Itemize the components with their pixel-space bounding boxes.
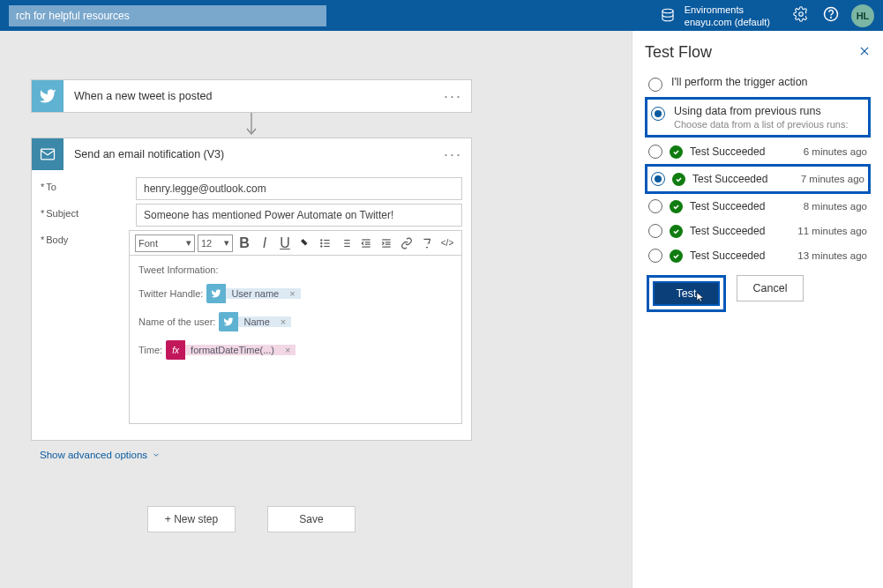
cursor-icon — [695, 291, 706, 306]
chevron-down-icon — [152, 450, 161, 459]
clear-format-button[interactable] — [418, 234, 436, 252]
option-manual-trigger[interactable]: I'll perform the trigger action — [645, 71, 871, 97]
indent-button[interactable] — [378, 234, 395, 252]
save-button[interactable]: Save — [267, 506, 355, 532]
remove-token-icon[interactable]: × — [284, 288, 300, 299]
svg-point-8 — [321, 242, 322, 243]
test-flow-panel: Test Flow I'll perform the trigger actio… — [632, 31, 883, 588]
flow-canvas: When a new tweet is posted ··· Send an e… — [0, 31, 632, 588]
mail-icon — [32, 138, 64, 170]
run-time: 13 minutes ago — [797, 250, 867, 261]
radio-icon[interactable] — [651, 172, 665, 186]
svg-point-1 — [799, 11, 804, 16]
radio-icon[interactable] — [651, 107, 665, 121]
name-token[interactable]: Name × — [219, 312, 291, 331]
action-menu-icon[interactable]: ··· — [444, 145, 462, 164]
run-label: Test Succeeded — [690, 249, 790, 262]
user-avatar[interactable]: HL — [851, 4, 874, 27]
italic-button[interactable]: I — [256, 234, 273, 252]
close-icon[interactable] — [858, 45, 871, 61]
trigger-title: When a new tweet is posted — [64, 90, 444, 102]
svg-point-0 — [662, 9, 673, 13]
radio-icon[interactable] — [648, 199, 662, 213]
run-label: Test Succeeded — [690, 200, 797, 212]
remove-token-icon[interactable]: × — [280, 345, 296, 355]
settings-icon[interactable] — [793, 6, 809, 26]
username-label: Name of the user: — [138, 316, 215, 327]
remove-token-icon[interactable]: × — [275, 316, 291, 327]
trigger-menu-icon[interactable]: ··· — [444, 87, 462, 106]
run-label: Test Succeeded — [690, 145, 797, 158]
action-title: Send an email notification (V3) — [64, 148, 444, 160]
run-row[interactable]: Test Succeeded6 minutes ago — [645, 139, 871, 164]
underline-button[interactable]: U — [276, 234, 294, 252]
time-label: Time: — [138, 345, 162, 355]
svg-point-6 — [321, 239, 322, 240]
connector-arrow — [31, 113, 472, 138]
to-input[interactable] — [136, 177, 462, 200]
twitter-icon — [206, 284, 226, 303]
success-icon — [670, 200, 683, 213]
radio-icon[interactable] — [648, 224, 662, 238]
body-label: Body — [41, 230, 129, 245]
run-time: 7 minutes ago — [801, 174, 864, 184]
cancel-button[interactable]: Cancel — [737, 275, 804, 301]
new-step-button[interactable]: + New step — [147, 506, 236, 532]
top-bar: Environments enayu.com (default) HL — [0, 0, 883, 31]
run-row[interactable]: Test Succeeded13 minutes ago — [645, 243, 871, 268]
run-label: Test Succeeded — [692, 173, 794, 185]
size-select[interactable]: 12▾ — [198, 234, 233, 252]
run-time: 6 minutes ago — [804, 146, 867, 157]
twitter-icon — [32, 80, 64, 112]
trigger-card[interactable]: When a new tweet is posted ··· — [31, 79, 472, 113]
body-line-info: Tweet Information: — [138, 264, 453, 275]
outdent-button[interactable] — [357, 234, 375, 252]
environment-name: enayu.com (default) — [685, 16, 770, 28]
environment-icon — [660, 7, 677, 25]
success-icon — [670, 225, 683, 238]
radio-icon[interactable] — [648, 78, 662, 92]
run-time: 11 minutes ago — [797, 226, 867, 236]
twitter-icon — [219, 312, 238, 331]
success-icon — [670, 249, 683, 263]
radio-icon[interactable] — [648, 145, 662, 159]
svg-rect-5 — [41, 149, 55, 160]
help-icon[interactable] — [823, 6, 839, 26]
body-editor[interactable]: Tweet Information: Twitter Handle: User … — [130, 256, 461, 423]
bold-button[interactable]: B — [236, 234, 253, 252]
environment-picker[interactable]: Environments enayu.com (default) — [660, 4, 770, 28]
username-token[interactable]: User name × — [206, 284, 300, 303]
panel-title: Test Flow — [645, 43, 712, 62]
test-button[interactable]: Test — [653, 281, 720, 306]
rich-text-toolbar: Font▾ 12▾ B I U </> — [130, 231, 461, 256]
font-select[interactable]: Font▾ — [135, 234, 195, 252]
subject-input[interactable] — [136, 204, 462, 227]
run-label: Test Succeeded — [690, 225, 790, 237]
run-time: 8 minutes ago — [804, 201, 867, 212]
environment-label: Environments — [685, 4, 770, 16]
run-row[interactable]: Test Succeeded7 minutes ago — [645, 164, 871, 194]
svg-point-3 — [831, 17, 832, 18]
run-row[interactable]: Test Succeeded8 minutes ago — [645, 194, 871, 219]
success-icon — [672, 173, 685, 186]
option-previous-runs[interactable]: Using data from previous runs Choose dat… — [645, 97, 871, 138]
to-label: To — [41, 177, 136, 192]
handle-label: Twitter Handle: — [138, 288, 203, 299]
number-list-button[interactable] — [337, 234, 355, 252]
runs-list: Test Succeeded6 minutes agoTest Succeede… — [645, 139, 871, 268]
code-view-button[interactable]: </> — [438, 234, 456, 252]
run-row[interactable]: Test Succeeded11 minutes ago — [645, 219, 871, 243]
subject-label: Subject — [41, 204, 136, 219]
bullet-list-button[interactable] — [317, 234, 334, 252]
action-card[interactable]: Send an email notification (V3) ··· To S… — [31, 138, 472, 441]
search-input[interactable] — [9, 5, 326, 26]
color-button[interactable] — [296, 234, 314, 252]
radio-icon[interactable] — [648, 249, 662, 263]
link-button[interactable] — [398, 234, 415, 252]
expression-token[interactable]: fx formatDateTime(...) × — [166, 340, 296, 360]
svg-point-10 — [321, 245, 322, 246]
test-button-highlight: Test — [647, 275, 726, 312]
advanced-options-toggle[interactable]: Show advanced options — [40, 450, 161, 460]
success-icon — [670, 145, 683, 159]
fx-icon: fx — [166, 340, 185, 360]
